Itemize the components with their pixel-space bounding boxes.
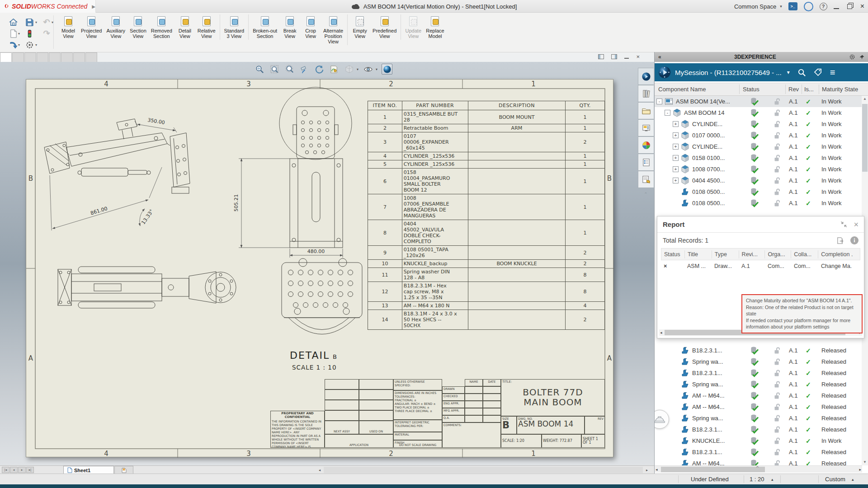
tree-row[interactable]: B18.2.3.1... A.1 ✓ Released (655, 424, 862, 435)
panel-vscroll-thumb[interactable] (862, 104, 868, 172)
view-settings-dropdown[interactable]: ▾ (376, 67, 377, 71)
tree-row[interactable]: 0107 0000... A.1 ✓ In Work (655, 130, 862, 141)
bom-row[interactable]: 10 KNUCKLE_backup BOOM KNUCKLE 2 (368, 260, 605, 268)
expand-chevron-icon[interactable]: ⌃ (755, 465, 760, 472)
menu-icon[interactable]: ≡ (830, 69, 835, 75)
command-tab[interactable] (24, 52, 36, 62)
ribbon-button[interactable]: Section View (127, 14, 149, 40)
scroll-left-icon[interactable]: ◂ (656, 467, 658, 472)
display-style-dropdown[interactable]: ▾ (357, 67, 359, 71)
home-button[interactable] (8, 17, 18, 27)
ribbon-button[interactable]: Crop View (300, 14, 321, 40)
hscroll-right-icon[interactable]: ▸ (644, 467, 650, 473)
scroll-up-icon[interactable]: ▲ (862, 96, 868, 102)
command-tab[interactable] (73, 52, 85, 62)
tree-row[interactable]: 0108 0500... A.1 ✓ In Work (655, 186, 862, 197)
expander-icon[interactable] (673, 155, 679, 161)
tab-custom-properties[interactable] (638, 154, 654, 171)
options-dropdown[interactable]: ▾ (35, 43, 37, 47)
zoom-fit-icon[interactable] (254, 64, 265, 75)
bom-table[interactable]: ITEM NO. PART NUMBER DESCRIPTION QTY. 1 … (368, 101, 605, 330)
prev-sheet-button[interactable]: ◂ (10, 467, 18, 473)
dimension-505[interactable] (239, 159, 290, 248)
command-tab[interactable] (37, 52, 48, 62)
export-icon[interactable] (836, 237, 844, 244)
expander-icon[interactable] (665, 110, 670, 116)
tree-row[interactable]: KNUCKLE... A.1 ✓ In Work (655, 435, 862, 446)
close-button[interactable]: × (860, 3, 864, 10)
zoom-area-icon[interactable] (269, 64, 280, 75)
expander-icon[interactable] (656, 99, 662, 104)
next-sheet-button[interactable]: ▸ (18, 467, 26, 473)
document-close-icon[interactable]: × (636, 54, 640, 60)
panel-settings-icon[interactable] (849, 54, 855, 60)
tab-solidworks-forum[interactable] (638, 171, 654, 188)
sheet-scale[interactable]: 1 : 20 (750, 476, 764, 483)
report-collapse-icon[interactable] (840, 221, 847, 228)
options-button[interactable] (24, 40, 34, 50)
tree-row[interactable]: AM -- M64... A.1 ✓ Released (655, 390, 862, 401)
rebuild-dropdown[interactable]: ▾ (18, 43, 20, 47)
expander-icon[interactable] (673, 132, 679, 138)
restore-button[interactable] (847, 4, 852, 9)
tree-row[interactable]: Spring wa... A.1 ✓ Released (655, 413, 862, 424)
session-title[interactable]: MySession - (R1132100275649 - ... (675, 69, 782, 76)
command-tab[interactable] (12, 52, 24, 62)
rotate-view-icon[interactable] (314, 64, 325, 75)
first-sheet-button[interactable]: |◂ (2, 467, 9, 473)
bom-row[interactable]: 12 B18.2.3.1M - Hex cap screw, M8 x 1.25… (368, 282, 605, 302)
panel-hscrollbar[interactable]: ◂ ⌃ ▸ (655, 465, 862, 473)
panel-pin-icon[interactable] (859, 54, 865, 60)
sheet-tab-active[interactable]: Sheet1 (63, 466, 114, 474)
report-table-row[interactable]: × ASM ... Draw... A.1 Com... Com... Chan… (661, 260, 860, 272)
tree-row[interactable]: Spring wa... A.1 ✓ Released (655, 356, 862, 367)
magnified-selection-icon[interactable] (299, 64, 310, 75)
ribbon-button[interactable]: Standard 3 View (222, 14, 249, 40)
console-icon[interactable]: >_ (788, 2, 797, 10)
save-dropdown[interactable]: ▾ (35, 20, 37, 24)
add-sheet-tab[interactable] (114, 466, 133, 474)
tree-row[interactable]: 0158 0100... A.1 ✓ In Work (655, 152, 862, 164)
session-dropdown-icon[interactable]: ▾ (787, 69, 790, 75)
bom-row[interactable]: 6 0158 01004_PASAMURO SMALL BOLTER BOOM … (368, 169, 605, 194)
tab-appearances[interactable] (638, 136, 654, 154)
last-sheet-button[interactable]: ▸| (26, 467, 34, 473)
tree-row[interactable]: B18.2.3.1... A.1 ✓ Released (655, 367, 862, 379)
ribbon-button[interactable]: Relative View (195, 14, 220, 40)
redo-button[interactable]: ↷ (42, 28, 52, 38)
tree-row[interactable]: B18.2.3.1... A.1 ✓ Released (655, 446, 862, 458)
ribbon-button[interactable]: Empty View (349, 14, 370, 40)
tree-row[interactable]: 0108 0500... A.1 ✓ In Work (655, 197, 862, 209)
bom-row[interactable]: 13 AM -- M64 x 180 N 4 (368, 302, 605, 310)
view-settings-icon[interactable] (363, 64, 373, 75)
undo-button[interactable]: ↶ (42, 17, 52, 27)
expander-icon[interactable] (673, 178, 679, 183)
panel-hscroll-thumb[interactable] (661, 467, 765, 472)
new-dropdown[interactable]: ▾ (18, 32, 20, 36)
tab-file-explorer[interactable] (638, 102, 654, 119)
rebuild-button[interactable] (8, 40, 18, 50)
drawing-sheet[interactable]: 4 3 2 1 4 3 2 1 B A B A (26, 79, 613, 457)
tree-row[interactable]: CYLINDE... A.1 ✓ In Work (655, 118, 862, 130)
help-icon[interactable]: ? (820, 3, 827, 10)
ribbon-button[interactable]: Update View (403, 14, 424, 40)
expander-icon[interactable] (673, 144, 679, 150)
expander-icon[interactable] (673, 121, 679, 127)
graphics-area[interactable]: ▾ ▾ (0, 62, 654, 465)
tree-row[interactable]: B18.2.3.1... A.1 ✓ Released (655, 345, 862, 356)
collaborative-space-selector[interactable]: Common Space▾ (734, 3, 782, 10)
scale-dropdown-icon[interactable]: ▴ (771, 477, 774, 482)
bom-row[interactable]: 5 CYLINDER _125x536 1 (368, 160, 605, 169)
tab-design-library[interactable] (638, 85, 654, 102)
bom-row[interactable]: 2 Retractable Boom ARM 1 (368, 124, 605, 132)
sheet-properties-icon[interactable] (329, 64, 340, 75)
tree-row[interactable]: 1008 0700... A.1 ✓ In Work (655, 164, 862, 175)
ribbon-button[interactable]: Projected View (79, 14, 104, 40)
tree-row[interactable]: ASM BOOM 14 A.1 ✓ In Work (655, 107, 862, 118)
zoom-previous-icon[interactable] (284, 64, 295, 75)
command-tab[interactable] (85, 52, 97, 62)
ribbon-button[interactable]: Alternate Position View (321, 14, 348, 45)
ribbon-button[interactable]: Detail View (175, 14, 195, 40)
info-icon[interactable]: i (850, 236, 859, 244)
tree-row[interactable]: Spring wa... A.1 ✓ Released (655, 379, 862, 390)
